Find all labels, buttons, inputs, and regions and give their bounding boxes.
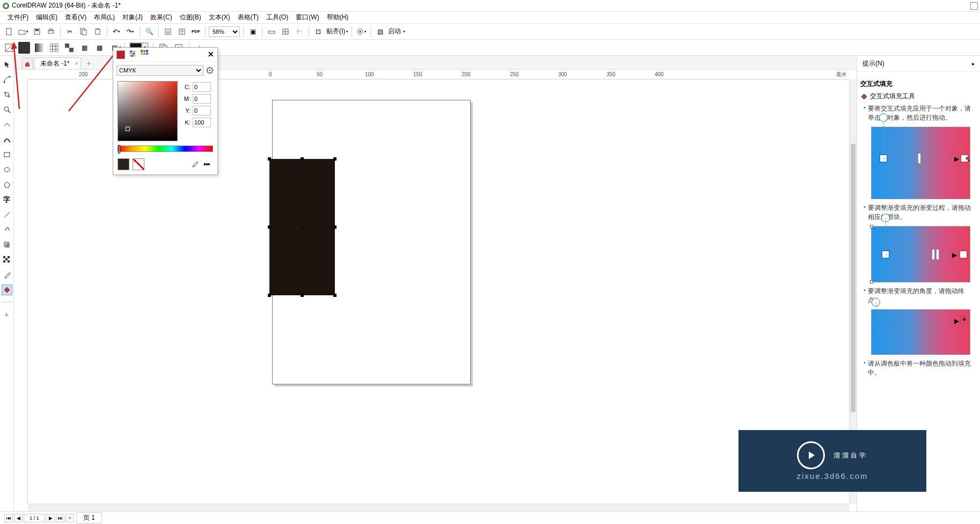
- close-popup-button[interactable]: ✕: [208, 50, 214, 59]
- menu-object[interactable]: 对象(J): [119, 12, 146, 23]
- copy-button[interactable]: [78, 26, 90, 38]
- hue-marker[interactable]: [118, 145, 120, 154]
- launch-icon[interactable]: ▤: [374, 26, 386, 38]
- hints-title-bar[interactable]: 提示(N) ▸: [857, 56, 980, 72]
- color-marker[interactable]: [126, 127, 130, 131]
- text-tool[interactable]: 字: [2, 194, 12, 205]
- add-tab-button[interactable]: +: [83, 57, 95, 69]
- docker-menu-icon[interactable]: ▸: [972, 61, 975, 67]
- menu-text[interactable]: 文本(X): [206, 12, 233, 23]
- selection-handle[interactable]: [268, 225, 271, 229]
- restore-icon[interactable]: [970, 2, 978, 10]
- color-gradient-picker[interactable]: [118, 81, 178, 141]
- print-button[interactable]: [45, 26, 57, 38]
- drop-shadow-tool[interactable]: [2, 239, 12, 250]
- page-counter[interactable]: 1 / 1: [24, 514, 45, 522]
- current-color-swatch[interactable]: [118, 158, 129, 170]
- connector-tool[interactable]: [2, 224, 12, 235]
- guidelines-button[interactable]: [294, 26, 305, 38]
- paste-button[interactable]: [92, 26, 104, 38]
- menu-window[interactable]: 窗口(W): [292, 12, 322, 23]
- m-input[interactable]: [193, 94, 211, 104]
- zoom-select[interactable]: 58%: [209, 26, 240, 37]
- menu-table[interactable]: 表格(T): [235, 12, 262, 23]
- selection-handle[interactable]: [333, 225, 337, 229]
- more-options-button[interactable]: •••: [203, 160, 213, 169]
- y-input[interactable]: [193, 106, 211, 115]
- fountain-fill-button[interactable]: [33, 42, 45, 54]
- menu-file[interactable]: 文件(F): [4, 12, 32, 23]
- texture-fill-button[interactable]: ▩: [93, 42, 105, 54]
- snap-off-button[interactable]: ⊡: [312, 26, 324, 38]
- export-button[interactable]: [176, 26, 188, 38]
- open-button[interactable]: ▾: [17, 26, 29, 38]
- first-page-button[interactable]: ⏮: [4, 514, 13, 522]
- k-input[interactable]: [193, 118, 211, 127]
- hue-slider[interactable]: [118, 145, 213, 152]
- menu-help[interactable]: 帮助(H): [324, 12, 352, 23]
- cut-button[interactable]: ✂: [64, 26, 76, 38]
- zoom-tool[interactable]: [2, 104, 12, 115]
- next-page-button[interactable]: ▶: [46, 514, 55, 522]
- sliders-tab[interactable]: [128, 49, 137, 60]
- menu-tools[interactable]: 工具(O): [263, 12, 291, 23]
- rectangle-tool[interactable]: [2, 149, 12, 160]
- color-model-select[interactable]: CMYK: [116, 65, 203, 76]
- solid-color-tab[interactable]: [116, 50, 125, 59]
- prev-page-button[interactable]: ◀: [14, 514, 23, 522]
- page-tab[interactable]: 页 1: [76, 512, 102, 523]
- options-button[interactable]: ▾: [355, 26, 367, 38]
- menu-layout[interactable]: 布局(L): [91, 12, 118, 23]
- undo-button[interactable]: ↶▾: [111, 26, 122, 38]
- launch-dropdown[interactable]: 启动▾: [388, 27, 405, 36]
- vertical-ruler[interactable]: [14, 79, 28, 504]
- snap-dropdown[interactable]: 贴齐(I)▾: [326, 27, 348, 36]
- pick-tool[interactable]: [2, 59, 12, 70]
- no-color-swatch[interactable]: [133, 158, 144, 170]
- parallel-dimension-tool[interactable]: [2, 209, 12, 220]
- menu-view[interactable]: 查看(V): [62, 12, 90, 23]
- bitmap-pattern-button[interactable]: ▦: [78, 42, 90, 54]
- grid-button[interactable]: [280, 26, 291, 38]
- selection-handle[interactable]: [333, 157, 337, 161]
- last-page-button[interactable]: ⏭: [56, 514, 64, 522]
- shape-tool[interactable]: [2, 74, 12, 85]
- menu-bitmap[interactable]: 位图(B): [177, 12, 204, 23]
- interactive-fill-tool[interactable]: [2, 285, 12, 295]
- search-button[interactable]: 🔍: [143, 26, 155, 38]
- artistic-media-tool[interactable]: [2, 134, 12, 145]
- selection-handle[interactable]: [333, 294, 337, 297]
- c-input[interactable]: [193, 82, 211, 92]
- menu-effects[interactable]: 效果(C): [147, 12, 175, 23]
- selection-handle[interactable]: [301, 294, 304, 297]
- transparency-tool[interactable]: [2, 254, 12, 265]
- eyedropper-button[interactable]: [191, 159, 200, 169]
- add-page-button[interactable]: +: [65, 514, 74, 522]
- new-button[interactable]: [3, 26, 15, 38]
- redo-button[interactable]: ↷▾: [125, 26, 136, 38]
- palettes-tab[interactable]: [140, 49, 149, 60]
- uniform-fill-button[interactable]: [18, 42, 30, 54]
- freehand-tool[interactable]: [2, 119, 12, 130]
- rectangle-object[interactable]: ×: [269, 159, 335, 295]
- eyedropper-tool[interactable]: [2, 270, 12, 280]
- save-button[interactable]: [31, 26, 43, 38]
- horizontal-scrollbar[interactable]: [28, 504, 849, 511]
- polygon-tool[interactable]: [2, 179, 12, 190]
- settings-icon[interactable]: [206, 66, 214, 75]
- close-tab-icon[interactable]: ×: [75, 61, 78, 67]
- fullscreen-button[interactable]: ▣: [247, 26, 259, 38]
- welcome-tab[interactable]: [21, 57, 33, 69]
- scrollbar-thumb[interactable]: [851, 144, 855, 412]
- selection-handle[interactable]: [268, 157, 271, 161]
- selection-handle[interactable]: [301, 157, 304, 161]
- document-tab[interactable]: 未命名 -1* ×: [34, 57, 81, 69]
- crop-tool[interactable]: [2, 89, 12, 100]
- no-fill-button[interactable]: [3, 42, 15, 54]
- add-tool-button[interactable]: +: [2, 309, 12, 319]
- selection-handle[interactable]: [268, 294, 271, 297]
- pattern-fill-button[interactable]: [48, 42, 60, 54]
- import-button[interactable]: [162, 26, 174, 38]
- two-color-pattern-button[interactable]: [63, 42, 75, 54]
- pdf-button[interactable]: PDF: [190, 26, 202, 38]
